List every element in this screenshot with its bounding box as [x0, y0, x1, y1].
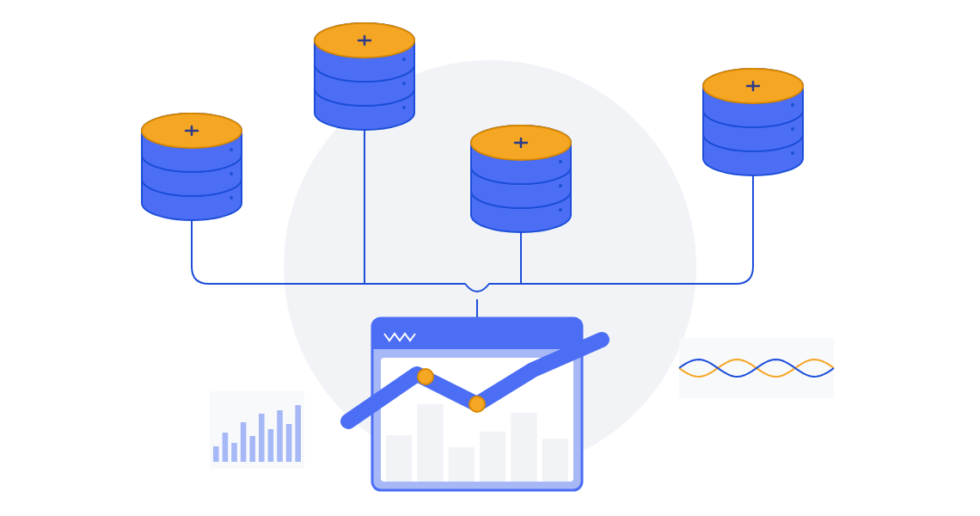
- svg-point-23: [791, 103, 794, 107]
- svg-point-15: [559, 184, 562, 187]
- svg-point-3: [230, 172, 233, 175]
- database-icon-db4: [703, 69, 803, 175]
- dashboard-bar: [480, 432, 505, 482]
- svg-point-19: [791, 151, 794, 155]
- database-icon-db2: [315, 23, 414, 130]
- mini-bar: [259, 414, 265, 462]
- svg-rect-26: [372, 341, 582, 349]
- mini-bar: [268, 429, 274, 462]
- mini-bar: [286, 424, 292, 462]
- mini-bar: [213, 446, 219, 462]
- dashboard-bar: [386, 435, 412, 482]
- svg-point-9: [402, 82, 406, 85]
- svg-point-1: [230, 196, 233, 200]
- database-icon-db1: [142, 114, 242, 220]
- svg-point-11: [402, 58, 406, 61]
- dashboard-bar: [417, 404, 443, 482]
- diagram-stage: [0, 0, 980, 516]
- database-icon-db3: [471, 126, 571, 232]
- dashboard-bar: [542, 439, 568, 482]
- mini-bar: [295, 405, 301, 462]
- mini-bar: [231, 443, 237, 462]
- svg-point-7: [402, 106, 406, 109]
- mini-bar: [223, 433, 229, 462]
- dashboard-bar: [449, 447, 475, 482]
- diagram-svg: [0, 0, 980, 516]
- svg-point-5: [230, 148, 233, 151]
- trend-point-0: [418, 369, 433, 384]
- svg-point-13: [559, 208, 562, 212]
- mini-bar: [277, 410, 283, 462]
- mini-bar: [241, 422, 247, 462]
- dashboard-bar: [511, 413, 536, 482]
- svg-point-21: [791, 127, 794, 131]
- svg-point-17: [559, 160, 562, 163]
- mini-bar: [249, 436, 255, 462]
- trend-point-1: [469, 396, 485, 412]
